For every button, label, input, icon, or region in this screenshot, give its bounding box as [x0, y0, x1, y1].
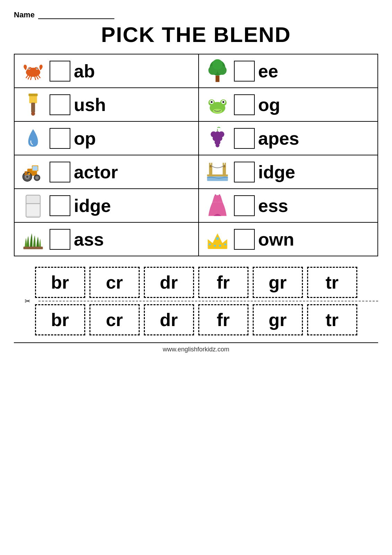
word-ending-crown: own — [258, 229, 294, 250]
word-ending-tree: ee — [258, 61, 278, 82]
svg-point-68 — [224, 244, 226, 246]
cell-grapes: apes — [199, 121, 378, 155]
word-ending-grass: ass — [74, 229, 104, 250]
answer-box-fridge[interactable] — [50, 195, 70, 216]
svg-rect-19 — [28, 94, 37, 96]
svg-point-70 — [219, 245, 221, 247]
answer-box-brush[interactable] — [50, 94, 70, 115]
svg-rect-20 — [31, 103, 35, 112]
answer-box-tractor[interactable] — [50, 162, 70, 182]
svg-point-28 — [222, 101, 224, 103]
blend-card-cr-bot[interactable]: cr — [89, 304, 140, 335]
svg-rect-65 — [208, 245, 227, 249]
name-underline[interactable] — [38, 11, 114, 19]
svg-point-29 — [213, 109, 222, 113]
svg-point-37 — [216, 144, 219, 147]
answer-box-drop[interactable] — [50, 128, 70, 149]
answer-box-crab[interactable] — [50, 61, 70, 82]
svg-point-47 — [28, 173, 30, 175]
blend-card-tr-top[interactable]: tr — [307, 267, 357, 298]
answer-box-tree[interactable] — [234, 61, 255, 82]
grass-icon — [20, 226, 46, 252]
svg-point-21 — [31, 112, 35, 116]
svg-rect-53 — [209, 163, 210, 165]
dress-icon — [204, 193, 230, 219]
svg-point-4 — [29, 68, 30, 69]
cell-grass: ass — [14, 222, 199, 256]
cell-frog: og — [199, 88, 378, 121]
word-ending-fridge: idge — [74, 195, 111, 216]
word-ending-drop: op — [74, 128, 96, 149]
blend-card-gr-bot[interactable]: gr — [253, 304, 303, 335]
fridge-icon — [20, 193, 46, 219]
crab-icon — [20, 58, 46, 84]
svg-rect-63 — [27, 204, 40, 216]
name-section: Name — [14, 10, 378, 19]
cell-tractor: actor — [14, 155, 199, 189]
answer-box-crown[interactable] — [234, 229, 255, 250]
footer: www.englishforkidz.com — [14, 342, 378, 353]
cell-crab: ab — [14, 54, 199, 88]
cell-crown: own — [199, 222, 378, 256]
svg-rect-54 — [211, 163, 212, 165]
blend-card-cr-top[interactable]: cr — [89, 267, 140, 298]
svg-rect-64 — [23, 247, 43, 249]
table-row: ush og — [14, 88, 378, 121]
answer-box-grapes[interactable] — [234, 128, 255, 149]
blend-card-gr-top[interactable]: gr — [253, 267, 303, 298]
blend-card-br-top[interactable]: br — [35, 267, 85, 298]
table-row: op apes — [14, 121, 378, 155]
page-title: PICK THE BLEND — [14, 22, 378, 47]
word-ending-frog: og — [258, 94, 280, 115]
svg-rect-62 — [27, 196, 40, 203]
svg-rect-40 — [33, 166, 38, 171]
blend-card-fr-bot[interactable]: fr — [198, 304, 249, 335]
word-ending-bridge: idge — [258, 162, 295, 182]
main-table: ab ee — [14, 54, 378, 256]
svg-point-17 — [212, 59, 223, 70]
brush-icon — [20, 92, 46, 118]
blends-top-row: br cr dr fr gr tr — [14, 267, 378, 298]
footer-url: www.englishforkidz.com — [163, 346, 229, 353]
blend-card-dr-top[interactable]: dr — [144, 267, 194, 298]
svg-rect-46 — [25, 171, 27, 175]
svg-rect-13 — [216, 76, 219, 82]
answer-box-bridge[interactable] — [234, 162, 255, 182]
cell-dress: ess — [199, 189, 378, 222]
blend-card-dr-bot[interactable]: dr — [144, 304, 194, 335]
cell-bridge: idge — [199, 155, 378, 189]
svg-point-45 — [35, 176, 38, 179]
table-row: actor — [14, 155, 378, 189]
svg-line-8 — [28, 76, 30, 79]
scissors-row: ✂ — [14, 301, 378, 301]
answer-box-frog[interactable] — [234, 94, 255, 115]
answer-box-dress[interactable] — [234, 195, 255, 216]
table-row: ass own — [14, 222, 378, 256]
svg-line-7 — [26, 75, 28, 78]
cell-tree: ee — [199, 54, 378, 88]
svg-point-69 — [214, 245, 216, 247]
blends-bottom-row: br cr dr fr gr tr — [14, 304, 378, 335]
cell-fridge: idge — [14, 189, 199, 222]
svg-point-26 — [211, 101, 213, 103]
table-row: idge ess — [14, 189, 378, 222]
crown-icon — [204, 226, 230, 252]
answer-box-grass[interactable] — [50, 229, 70, 250]
svg-line-12 — [35, 76, 36, 80]
cell-drop: op — [14, 121, 199, 155]
blend-card-br-bot[interactable]: br — [35, 304, 85, 335]
blends-section: br cr dr fr gr tr ✂ br cr dr fr gr tr — [14, 267, 378, 335]
word-ending-grapes: apes — [258, 128, 299, 149]
svg-rect-56 — [225, 163, 226, 165]
blend-card-tr-bot[interactable]: tr — [307, 304, 357, 335]
svg-rect-55 — [223, 163, 224, 165]
blend-card-fr-top[interactable]: fr — [198, 267, 249, 298]
word-ending-brush: ush — [74, 94, 106, 115]
svg-point-43 — [26, 176, 28, 178]
svg-point-66 — [216, 237, 219, 240]
bridge-icon — [204, 159, 230, 185]
frog-icon — [204, 92, 230, 118]
word-ending-crab: ab — [74, 61, 95, 82]
tree-icon — [204, 58, 230, 84]
cell-brush: ush — [14, 88, 199, 121]
